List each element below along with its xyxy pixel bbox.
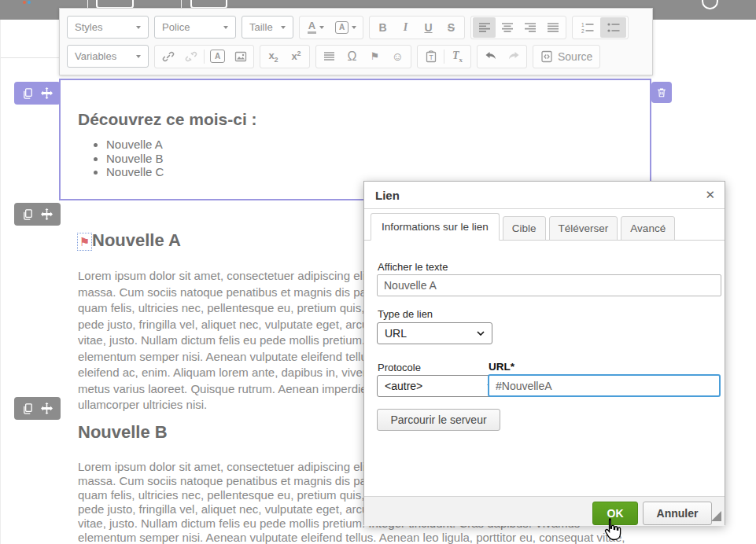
tab-advanced[interactable]: Avancé xyxy=(621,216,675,241)
protocol-select[interactable]: <autre> xyxy=(377,375,503,397)
chevron-down-icon xyxy=(136,55,141,58)
source-button[interactable]: Source xyxy=(533,45,600,68)
block-handle-section-b[interactable] xyxy=(14,397,61,420)
chevron-down-icon xyxy=(223,26,228,29)
numbered-list-icon: 12 xyxy=(581,22,594,33)
url-label: URL* xyxy=(489,361,514,373)
list-item[interactable]: Nouvelle B xyxy=(106,152,650,166)
anchor-flag-icon: ⚑ xyxy=(371,50,380,62)
smiley-button[interactable]: ☺ xyxy=(386,46,409,67)
text-color-icon: A xyxy=(308,20,316,34)
list-item[interactable]: Nouvelle C xyxy=(106,165,650,179)
protocol-label: Protocole xyxy=(378,362,421,373)
italic-icon: I xyxy=(404,21,408,34)
image-icon xyxy=(234,50,247,63)
editor-toolbar: Styles Police Taille A A B I U S xyxy=(59,8,653,75)
logo-dot-icon xyxy=(23,1,26,4)
justify-button[interactable] xyxy=(541,17,564,38)
align-left-button[interactable] xyxy=(473,17,496,38)
copy-icon[interactable] xyxy=(22,87,34,100)
profile-icon[interactable] xyxy=(702,0,718,9)
unlink-button[interactable] xyxy=(179,46,202,67)
tab-target[interactable]: Cible xyxy=(503,216,546,241)
numbered-list-button[interactable]: 12 xyxy=(574,17,600,38)
link-type-label: Type de lien xyxy=(378,308,433,320)
browse-server-button[interactable]: Parcourir le serveur xyxy=(377,409,500,431)
block-handle-intro[interactable] xyxy=(14,82,61,105)
intro-heading: Découvrez ce mois-ci : xyxy=(78,110,650,129)
bullet-list-button[interactable] xyxy=(600,17,626,38)
link-dialog: Lien ✕ Informations sur le lien Cible Té… xyxy=(363,181,725,525)
background-color-icon: A xyxy=(335,21,348,34)
anchor-marker[interactable]: ⚑ xyxy=(77,233,92,251)
section-a-title[interactable]: Nouvelle A xyxy=(92,230,181,251)
justify-icon xyxy=(547,22,559,33)
move-icon[interactable] xyxy=(41,87,53,99)
font-dropdown[interactable]: Police xyxy=(154,16,236,39)
strikethrough-icon: S xyxy=(448,21,455,34)
link-type-select[interactable]: URL xyxy=(377,322,492,344)
text-color-button[interactable]: A xyxy=(301,17,330,38)
superscript-button[interactable]: x2 xyxy=(285,46,308,67)
underline-icon: U xyxy=(424,21,432,34)
align-right-icon xyxy=(524,22,537,33)
font-size-dropdown-label: Taille xyxy=(249,21,276,33)
paste-icon: T xyxy=(425,50,437,63)
smiley-icon: ☺ xyxy=(392,50,404,63)
image-button[interactable] xyxy=(229,46,252,67)
horizontal-rule-button[interactable] xyxy=(318,46,341,67)
variables-dropdown[interactable]: Variables xyxy=(67,45,149,68)
paste-from-word-button[interactable]: T xyxy=(419,46,442,67)
link-type-value: URL xyxy=(385,327,477,340)
italic-button[interactable]: I xyxy=(394,17,417,38)
strikethrough-button[interactable]: S xyxy=(440,17,463,38)
unlink-icon xyxy=(185,50,197,63)
undo-icon xyxy=(485,51,497,61)
display-text-input[interactable] xyxy=(377,274,721,296)
tab-link-info[interactable]: Informations sur le lien xyxy=(371,213,500,241)
underline-button[interactable]: U xyxy=(417,17,440,38)
clipboard-button-group: T Tx xyxy=(417,45,471,68)
horizontal-rule-icon xyxy=(323,51,335,62)
close-icon[interactable]: ✕ xyxy=(705,188,715,202)
copy-icon[interactable] xyxy=(22,402,34,415)
section-b-title[interactable]: Nouvelle B xyxy=(78,422,168,443)
undo-button[interactable] xyxy=(479,46,502,67)
move-icon[interactable] xyxy=(41,208,53,220)
url-input[interactable] xyxy=(488,374,721,397)
format-button-group: B I U S xyxy=(369,16,465,39)
chevron-down-icon xyxy=(281,26,286,29)
toolbar-separator xyxy=(204,50,205,64)
align-left-icon xyxy=(478,22,491,33)
subscript-button[interactable]: x2 xyxy=(262,46,285,67)
link-button[interactable] xyxy=(157,46,179,67)
resize-grip[interactable] xyxy=(711,511,721,521)
block-handle-section-a[interactable] xyxy=(14,203,61,226)
list-item[interactable]: Nouvelle A xyxy=(106,138,650,152)
align-center-button[interactable] xyxy=(496,17,518,38)
styles-dropdown-label: Styles xyxy=(75,21,131,33)
background-color-button[interactable]: A xyxy=(330,17,361,38)
move-icon[interactable] xyxy=(41,402,53,414)
copy-icon[interactable] xyxy=(22,208,34,221)
display-text-label: Afficher le texte xyxy=(378,261,448,273)
intro-list: Nouvelle A Nouvelle B Nouvelle C xyxy=(78,138,650,179)
font-size-dropdown[interactable]: Taille xyxy=(242,16,293,39)
svg-text:2: 2 xyxy=(581,28,585,33)
bold-icon: B xyxy=(378,21,386,34)
trash-icon xyxy=(656,86,667,98)
placeholder-button[interactable]: A xyxy=(206,46,229,67)
align-right-button[interactable] xyxy=(518,17,541,38)
tab-upload[interactable]: Téléverser xyxy=(549,216,618,241)
cancel-button[interactable]: Annuler xyxy=(643,502,712,525)
bold-button[interactable]: B xyxy=(371,17,394,38)
remove-format-button[interactable]: Tx xyxy=(446,46,469,67)
ok-button[interactable]: OK xyxy=(592,502,638,525)
anchor-button[interactable]: ⚑ xyxy=(363,46,386,67)
redo-button[interactable] xyxy=(502,46,525,67)
toolbar-row-2: Variables A x2 x2 xyxy=(67,44,645,68)
delete-block-button[interactable] xyxy=(651,82,672,103)
subscript-icon: x2 xyxy=(268,50,278,64)
special-character-button[interactable]: Ω xyxy=(341,46,363,67)
styles-dropdown[interactable]: Styles xyxy=(67,16,149,39)
